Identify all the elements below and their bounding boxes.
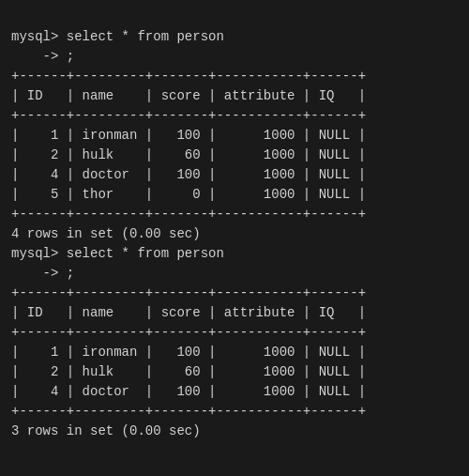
table-row: | 4 | doctor | 100 | 1000 | NULL | <box>11 382 458 402</box>
separator-top-2: +------+---------+-------+-----------+--… <box>11 284 458 303</box>
table-row: | 2 | hulk | 60 | 1000 | NULL | <box>11 146 458 165</box>
table-row: | 5 | thor | 0 | 1000 | NULL | <box>11 185 458 205</box>
result-info-2: 3 rows in set (0.00 sec) <box>11 422 458 441</box>
prompt-line-1: mysql> select * from person <box>11 27 458 47</box>
table-header-1: | ID | name | score | attribute | IQ | <box>11 86 458 106</box>
table-row: | 4 | doctor | 100 | 1000 | NULL | <box>11 165 458 185</box>
terminal-window: mysql> select * from person -> ;+------+… <box>11 8 458 441</box>
separator-bot-2: +------+---------+-------+-----------+--… <box>11 402 458 422</box>
continuation-line-1: -> ; <box>11 47 458 67</box>
separator-bot-1: +------+---------+-------+-----------+--… <box>11 205 458 224</box>
result-info-1: 4 rows in set (0.00 sec) <box>11 224 458 244</box>
table-row: | 1 | ironman | 100 | 1000 | NULL | <box>11 343 458 362</box>
table-row: | 1 | ironman | 100 | 1000 | NULL | <box>11 126 458 146</box>
separator-mid-2: +------+---------+-------+-----------+--… <box>11 323 458 343</box>
table-row: | 2 | hulk | 60 | 1000 | NULL | <box>11 362 458 382</box>
table-header-2: | ID | name | score | attribute | IQ | <box>11 303 458 323</box>
separator-top-1: +------+---------+-------+-----------+--… <box>11 67 458 86</box>
continuation-line-2: -> ; <box>11 264 458 284</box>
separator-mid-1: +------+---------+-------+-----------+--… <box>11 106 458 126</box>
prompt-line-2: mysql> select * from person <box>11 244 458 264</box>
